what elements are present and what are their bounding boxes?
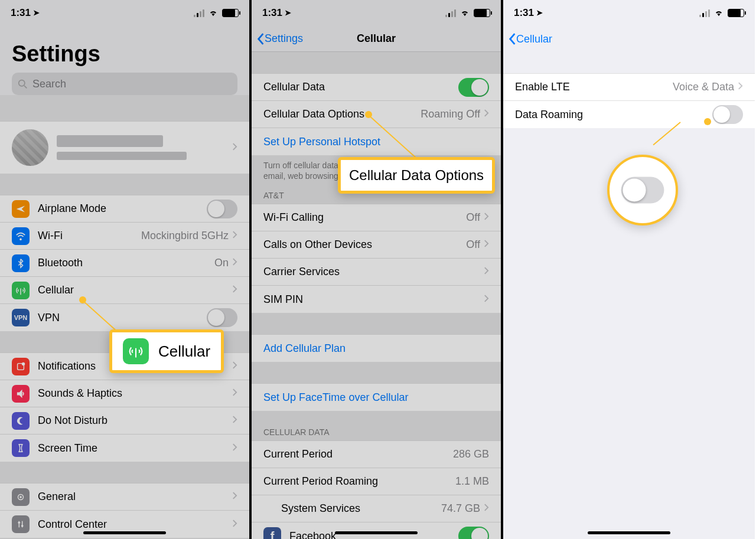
search-placeholder: Search: [32, 78, 66, 90]
location-icon: ➤: [536, 8, 543, 17]
row-label: Cellular Data Options: [263, 108, 421, 120]
chevron-right-icon: [484, 502, 489, 515]
row-data-roaming[interactable]: Data Roaming: [503, 101, 755, 128]
row-airplane[interactable]: Airplane Mode: [0, 195, 249, 223]
callout-label: Cellular: [158, 342, 210, 361]
row-label: Data Roaming: [515, 109, 712, 121]
row-facetime-cellular[interactable]: Set Up FaceTime over Cellular: [252, 384, 501, 411]
back-button[interactable]: Cellular: [508, 32, 552, 45]
facebook-icon: f: [263, 527, 281, 539]
row-add-cellular-plan[interactable]: Add Cellular Plan: [252, 335, 501, 362]
cellular-icon: [12, 282, 30, 299]
search-input[interactable]: Search: [12, 73, 237, 95]
row-label: Carrier Services: [263, 266, 484, 278]
row-system-services[interactable]: System Services 74.7 GB: [252, 495, 501, 522]
screen-cellular: 1:31➤ Settings Cellular Cellular Data Ce…: [252, 0, 503, 539]
row-vpn[interactable]: VPN VPN: [0, 304, 249, 331]
home-indicator[interactable]: [588, 531, 670, 534]
chevron-left-icon: [256, 32, 265, 45]
row-label: Current Period Roaming: [263, 475, 455, 488]
status-bar: 1:31➤: [252, 0, 501, 26]
row-cellular-data[interactable]: Cellular Data: [252, 74, 501, 101]
chevron-right-icon: [232, 142, 237, 154]
group-header: CELLULAR DATA: [252, 411, 501, 440]
row-cellular[interactable]: Cellular: [0, 277, 249, 304]
chevron-right-icon: [484, 211, 489, 224]
row-value: 74.7 GB: [441, 502, 480, 515]
wifi-icon: [12, 227, 30, 245]
row-wifi[interactable]: Wi-Fi Mockingbird 5GHz: [0, 223, 249, 250]
cellular-icon: [123, 338, 149, 364]
wifi-icon: [460, 9, 470, 17]
status-time: 1:31: [262, 7, 282, 19]
airplane-toggle[interactable]: [207, 200, 237, 218]
row-value: Mockingbird 5GHz: [141, 230, 229, 242]
nav-bar: Cellular: [503, 26, 755, 52]
sounds-icon: [12, 385, 30, 403]
row-screentime[interactable]: Screen Time: [0, 435, 249, 462]
status-time: 1:31: [514, 7, 534, 19]
row-current-period-roaming: Current Period Roaming 1.1 MB: [252, 468, 501, 495]
annotation-dot: [79, 296, 86, 303]
chevron-right-icon: [738, 81, 743, 93]
back-button[interactable]: Settings: [256, 32, 303, 45]
vpn-icon: VPN: [12, 309, 30, 326]
chevron-right-icon: [232, 491, 237, 503]
avatar: [12, 129, 48, 166]
row-label: Wi-Fi: [38, 230, 141, 242]
row-calls-other-devices[interactable]: Calls on Other Devices Off: [252, 231, 501, 259]
row-label: VPN: [38, 312, 207, 324]
nav-bar: Settings Cellular: [252, 26, 501, 52]
appleid-row[interactable]: [0, 122, 249, 174]
row-dnd[interactable]: Do Not Disturb: [0, 407, 249, 435]
row-label: Screen Time: [38, 442, 232, 455]
row-label: Cellular: [38, 284, 232, 296]
status-bar: 1:31➤: [0, 0, 249, 26]
hourglass-icon: [12, 439, 30, 457]
facebook-toggle[interactable]: [458, 527, 489, 539]
callout-label: Cellular Data Options: [349, 167, 484, 184]
cellular-data-toggle[interactable]: [458, 78, 489, 97]
row-label: Control Center: [38, 518, 232, 531]
chevron-right-icon: [232, 518, 237, 531]
page-title: Settings: [0, 26, 249, 73]
notifications-icon: [12, 358, 30, 375]
row-label: Set Up FaceTime over Cellular: [263, 391, 489, 404]
row-label: General: [38, 491, 232, 503]
controlcenter-icon: [12, 515, 30, 533]
row-cellular-data-options[interactable]: Cellular Data Options Roaming Off: [252, 101, 501, 128]
row-label: SIM PIN: [263, 293, 484, 306]
chevron-left-icon: [508, 32, 516, 45]
row-label: Bluetooth: [38, 257, 214, 269]
home-indicator[interactable]: [335, 531, 418, 534]
battery-icon: [728, 9, 744, 17]
vpn-toggle[interactable]: [207, 308, 237, 327]
row-sim-pin[interactable]: SIM PIN: [252, 286, 501, 313]
home-indicator[interactable]: [83, 531, 166, 534]
chevron-right-icon: [484, 239, 489, 251]
row-value: Off: [466, 239, 480, 251]
row-enable-lte[interactable]: Enable LTE Voice & Data: [503, 74, 755, 101]
callout-cellular-data-options: Cellular Data Options: [338, 157, 495, 194]
nav-title: Cellular: [357, 32, 396, 45]
chevron-right-icon: [232, 230, 237, 242]
toggle-off-zoomed: [621, 177, 664, 204]
svg-point-3: [22, 362, 25, 365]
row-value: Voice & Data: [673, 81, 734, 93]
chevron-right-icon: [232, 360, 237, 373]
status-time: 1:31: [11, 7, 31, 19]
row-label: Cellular Data: [263, 81, 458, 93]
annotation-dot: [365, 111, 372, 118]
row-personal-hotspot[interactable]: Set Up Personal Hotspot: [252, 128, 501, 155]
row-label: Enable LTE: [515, 81, 673, 93]
data-roaming-toggle[interactable]: [712, 105, 743, 124]
profile-sub-blur: [57, 152, 187, 160]
row-bluetooth[interactable]: Bluetooth On: [0, 250, 249, 277]
row-carrier-services[interactable]: Carrier Services: [252, 259, 501, 286]
row-wifi-calling[interactable]: Wi-Fi Calling Off: [252, 204, 501, 231]
row-sounds[interactable]: Sounds & Haptics: [0, 380, 249, 407]
svg-point-5: [19, 496, 22, 498]
row-general[interactable]: General: [0, 484, 249, 511]
chevron-right-icon: [232, 387, 237, 400]
row-value: 1.1 MB: [455, 475, 489, 488]
